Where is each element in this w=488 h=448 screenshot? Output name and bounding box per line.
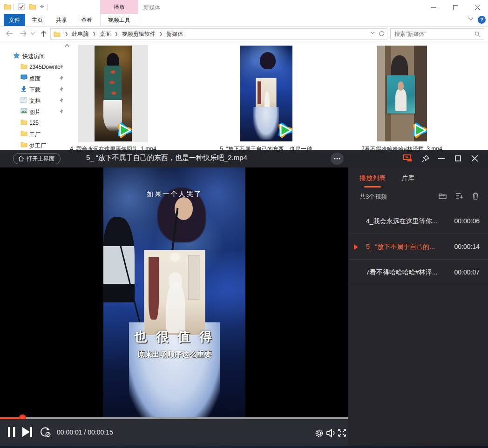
search-icon[interactable] [474,31,481,37]
explorer-maximize-button[interactable] [447,2,463,13]
volume-icon[interactable] [326,428,336,438]
forward-icon[interactable] [20,30,27,37]
thumbnail-art [104,66,122,101]
address-bar[interactable]: ❯ 此电脑 ❯ 桌面 ❯ 视频剪辑软件 ❯ 新媒体 [50,28,387,40]
separator [47,4,48,10]
help-icon[interactable]: ? [478,16,486,24]
back-icon[interactable] [6,30,13,37]
pictures-icon [20,108,27,114]
video-caption-sub: 原来出场顺序这么重要 [103,350,245,360]
tab-view[interactable]: 查看 [77,14,96,26]
more-options-button[interactable] [331,153,344,165]
search-box[interactable] [390,28,484,40]
quick-access-star-icon [13,52,20,59]
time-display: 00:00:01 / 00:00:15 [57,428,113,436]
video-display-area[interactable]: 如果一个人哭了 也 很 值 得 原来出场顺序这么重要 [0,167,348,417]
breadcrumb-separator: ❯ [92,32,97,36]
playlist-item-2-active[interactable]: 5_ “放下不属于自己的... 00:00:14 [348,234,488,260]
sidebar-item-documents[interactable]: 文档 [0,95,74,106]
folder-icon [20,141,27,147]
clear-playlist-trash-icon[interactable] [472,193,479,200]
player-minimize-button[interactable] [438,158,445,159]
add-folder-icon[interactable] [439,193,447,199]
sidebar-item-desktop[interactable]: 桌面 [0,73,74,84]
video-caption-top: 如果一个人哭了 [103,190,245,199]
next-button[interactable] [22,427,33,437]
open-main-ui-button[interactable]: 打开主界面 [13,153,61,164]
playlist-item-1[interactable]: 4_我会永远在这里等你... 00:00:06 [348,208,488,234]
pause-button[interactable] [7,427,16,437]
player-maximize-button[interactable] [455,155,461,161]
breadcrumb-video-software[interactable]: 视频剪辑软件 [119,30,158,38]
recent-locations-icon[interactable] [31,32,35,35]
sidebar-item-downloads[interactable]: 下载 [0,84,74,95]
video-thumbnail-3[interactable] [377,46,427,141]
video-frame: 如果一个人哭了 也 很 值 得 原来出场顺序这么重要 [103,167,245,417]
refresh-icon[interactable] [379,31,385,37]
playlist-item-duration: 00:00:07 [454,268,480,276]
breadcrumb-new-media[interactable]: 新媒体 [163,30,186,38]
breadcrumb-separator: ❯ [158,32,164,36]
tab-file[interactable]: 文件 [4,14,25,26]
sidebar-item-125[interactable]: 125 [0,117,74,128]
tab-video-tools[interactable]: 视频工具 [100,14,138,26]
mini-mode-icon[interactable] [403,154,413,162]
thumbnail-art [387,75,415,114]
player-close-button[interactable] [471,155,478,162]
player-control-bar: 00:00:01 / 00:00:15 [0,419,348,446]
new-folder-icon[interactable] [29,3,36,10]
breadcrumb-desktop[interactable]: 桌面 [97,30,114,38]
video-inset-photo [144,250,205,335]
playlist-item-duration: 00:00:06 [454,217,480,225]
playlist-item-3[interactable]: 7看不得哈哈哈哈#林泽... 00:00:07 [348,260,488,285]
play-badge-icon [276,121,292,140]
playlist-panel: 播放列表 片库 共3个视频 4_我会永远在这里等你... 00:00:06 5_… [348,167,488,446]
tab-playlist[interactable]: 播放列表 [359,174,386,182]
open-main-ui-label: 打开主界面 [27,155,54,162]
pin-icon [59,64,64,69]
pin-on-top-icon[interactable] [421,154,430,163]
search-input[interactable] [394,29,469,39]
explorer-close-button[interactable] [469,2,485,13]
folder-icon [20,63,27,69]
sort-list-icon[interactable] [455,193,463,199]
file-item-3[interactable]: 7看不得哈哈哈哈#林泽辉_3.mp4 [364,45,441,142]
file-item-2[interactable]: 5_“放下不属于自己的东西，也是一种 [228,45,305,142]
sidebar-item-quick-access[interactable]: 快速访问 [0,50,74,61]
player-titlebar: 打开主界面 5_ “放下不属于自己的东西，也是一种快乐吧_2.mp4 [0,150,488,167]
sidebar-item-2345download[interactable]: 2345Downlc [0,61,74,73]
video-player-window: 打开主界面 5_ “放下不属于自己的东西，也是一种快乐吧_2.mp4 [0,150,488,446]
breadcrumb-this-pc[interactable]: 此电脑 [69,30,92,38]
play-order-icon[interactable] [39,427,51,438]
video-thumbnail-1[interactable] [95,46,132,141]
fullscreen-icon[interactable] [338,428,346,437]
address-dropdown-icon[interactable] [370,31,375,35]
document-icon [20,97,27,103]
play-badge-icon [410,121,427,140]
sidebar-item-pictures[interactable]: 图片 [0,106,74,117]
active-tab-underline [364,186,381,187]
tab-library[interactable]: 片库 [401,174,414,182]
explorer-minimize-button[interactable] [426,2,441,13]
address-row: ❯ 此电脑 ❯ 桌面 ❯ 视频剪辑软件 ❯ 新媒体 [0,27,488,41]
properties-check-icon[interactable] [18,3,25,10]
contextual-tab-play[interactable]: 播放 [100,0,138,14]
pin-icon [59,87,64,92]
sidebar-scroll-up-icon[interactable] [65,44,69,47]
playlist-count-label: 共3个视频 [359,193,387,201]
up-icon[interactable] [40,30,47,37]
playlist-item-duration: 00:00:14 [454,243,480,250]
taskbar-edge [0,446,488,448]
sidebar-item-factory[interactable]: 工厂 [0,128,74,140]
app-folder-icon [4,3,11,10]
video-art [103,217,135,302]
video-thumbnail-2[interactable] [240,46,292,141]
tab-home[interactable]: 主页 [28,14,47,26]
settings-gear-icon[interactable] [315,429,324,438]
qat-dropdown-icon[interactable] [40,5,44,8]
tab-share[interactable]: 共享 [52,14,71,26]
ribbon-collapse-icon[interactable] [468,17,474,21]
player-video-title: 5_ “放下不属于自己的东西，也是一种快乐吧_2.mp4 [86,154,247,162]
separator [14,4,14,10]
file-item-1[interactable]: 4_我会永远在这里等你回头_1.mp4 [78,45,148,142]
